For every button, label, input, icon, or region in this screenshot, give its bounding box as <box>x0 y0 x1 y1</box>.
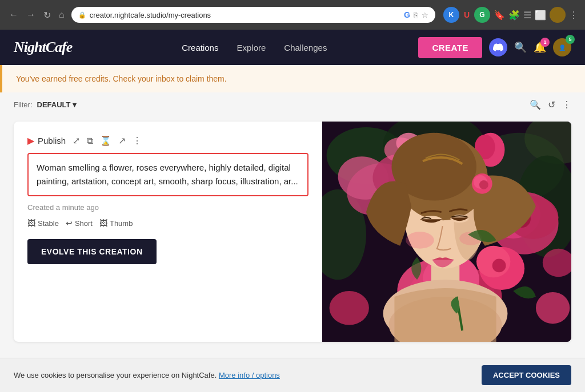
url-text: creator.nightcafe.studio/my-creations <box>90 11 211 19</box>
filter-select[interactable]: DEFAULT ▾ <box>37 100 77 109</box>
evolve-button[interactable]: EVOLVE THIS CREATION <box>27 239 157 264</box>
prompt-box[interactable]: Woman smelling a flower, roses everywher… <box>27 153 308 196</box>
site-header: NightCafe Creations Explore Challenges C… <box>0 30 585 65</box>
filter-label: Filter: <box>14 100 33 109</box>
more-options-icon[interactable]: ⋮ <box>562 99 571 110</box>
site-logo[interactable]: NightCafe <box>14 39 72 56</box>
svg-point-21 <box>536 292 570 324</box>
accept-cookies-button[interactable]: ACCEPT COOKIES <box>482 365 571 385</box>
google-icon: G <box>404 10 410 19</box>
profile-g[interactable]: G <box>474 7 490 23</box>
copy-icon[interactable]: ⧉ <box>87 136 93 146</box>
svg-point-39 <box>406 232 434 249</box>
cookie-banner: We use cookies to personalise your exper… <box>0 358 585 392</box>
filter-bar: Filter: DEFAULT ▾ 🔍 ↺ ⋮ <box>0 92 585 117</box>
short-icon: ↩ <box>66 219 73 228</box>
create-button[interactable]: CREATE <box>418 37 482 58</box>
thumb-label: Thumb <box>110 219 133 228</box>
created-time: Created a minute ago <box>27 203 308 212</box>
share-icon: ⎘ <box>414 11 418 19</box>
publish-button[interactable]: ▶ Publish <box>27 135 66 146</box>
lock-icon: 🔒 <box>78 11 86 19</box>
dots-icon[interactable]: ⋮ <box>569 10 578 21</box>
svg-point-20 <box>330 291 369 325</box>
user-badge: 5 <box>566 35 575 44</box>
filter-left: Filter: DEFAULT ▾ <box>14 100 77 109</box>
refresh-btn[interactable]: ↻ <box>41 9 53 22</box>
stable-tag: 🖼 Stable <box>27 219 59 228</box>
creation-card: ▶ Publish ⤢ ⧉ ⌛ ↗ ⋮ Woman smelling a flo… <box>14 122 571 342</box>
user-avatar-small[interactable] <box>550 7 566 23</box>
expand-icon[interactable]: ⤢ <box>73 135 80 146</box>
creations-container: ▶ Publish ⤢ ⧉ ⌛ ↗ ⋮ Woman smelling a flo… <box>0 117 585 392</box>
search-filter-icon[interactable]: 🔍 <box>530 99 541 110</box>
cookie-message: We use cookies to personalise your exper… <box>14 371 217 379</box>
svg-point-42 <box>476 246 510 277</box>
discord-icon[interactable] <box>489 38 507 56</box>
short-tag: ↩ Short <box>66 219 93 228</box>
svg-point-36 <box>479 180 488 189</box>
main-content: You've earned free credits. Check your i… <box>0 65 585 392</box>
banner: You've earned free credits. Check your i… <box>0 65 585 92</box>
main-nav: Creations Explore Challenges <box>90 43 418 52</box>
share-action-icon[interactable]: ↗ <box>118 135 126 146</box>
home-btn[interactable]: ⌂ <box>57 9 67 21</box>
forward-btn[interactable]: → <box>24 9 38 21</box>
star-icon[interactable]: ☆ <box>422 11 428 19</box>
user-menu[interactable]: 👤 5 <box>553 38 571 56</box>
address-bar[interactable]: 🔒 creator.nightcafe.studio/my-creations … <box>71 7 435 23</box>
card-actions: ▶ Publish ⤢ ⧉ ⌛ ↗ ⋮ <box>27 135 308 146</box>
thumb-tag: 🖼 Thumb <box>99 219 133 228</box>
chevron-down-icon: ▾ <box>73 100 77 109</box>
publish-icon: ▶ <box>27 135 34 146</box>
menu-icon[interactable]: ☰ <box>523 10 531 21</box>
notification-badge: 1 <box>540 38 550 47</box>
svg-point-43 <box>492 259 506 273</box>
window-icon[interactable]: ⬜ <box>535 10 546 21</box>
short-label: Short <box>75 219 93 228</box>
underline-icon: U <box>464 10 470 19</box>
banner-text: You've earned free credits. Check your i… <box>16 74 227 83</box>
refresh-filter-icon[interactable]: ↺ <box>548 99 555 110</box>
publish-label: Publish <box>38 136 66 146</box>
stable-label: Stable <box>38 219 59 228</box>
hourglass-icon[interactable]: ⌛ <box>100 135 111 146</box>
filter-right: 🔍 ↺ ⋮ <box>530 99 571 110</box>
search-icon[interactable]: 🔍 <box>514 41 527 54</box>
prompt-text: Woman smelling a flower, roses everywher… <box>37 163 298 186</box>
filter-value: DEFAULT <box>37 100 71 109</box>
browser-actions: K U G 🔖 🧩 ☰ ⬜ ⋮ <box>443 7 578 23</box>
card-left: ▶ Publish ⤢ ⧉ ⌛ ↗ ⋮ Woman smelling a flo… <box>14 122 322 342</box>
nav-challenges[interactable]: Challenges <box>284 43 327 52</box>
card-image <box>322 122 571 342</box>
nav-explore[interactable]: Explore <box>237 43 266 52</box>
back-btn[interactable]: ← <box>7 9 21 21</box>
card-tags: 🖼 Stable ↩ Short 🖼 Thumb <box>27 219 308 228</box>
notifications-icon[interactable]: 🔔 1 <box>534 41 546 54</box>
cookie-link[interactable]: More info / options <box>219 371 280 379</box>
header-actions: CREATE 🔍 🔔 1 👤 5 <box>418 37 571 58</box>
more-action-icon[interactable]: ⋮ <box>133 135 142 146</box>
nav-creations[interactable]: Creations <box>182 43 218 52</box>
browser-nav: ← → ↻ ⌂ <box>7 9 67 22</box>
thumb-icon: 🖼 <box>99 219 107 228</box>
bookmark-icon[interactable]: 🔖 <box>494 10 505 21</box>
profile-k[interactable]: K <box>443 7 459 23</box>
stable-icon: 🖼 <box>27 219 35 228</box>
puzzle-icon[interactable]: 🧩 <box>508 10 520 21</box>
browser-chrome: ← → ↻ ⌂ 🔒 creator.nightcafe.studio/my-cr… <box>0 0 585 30</box>
cookie-text: We use cookies to personalise your exper… <box>14 371 482 379</box>
